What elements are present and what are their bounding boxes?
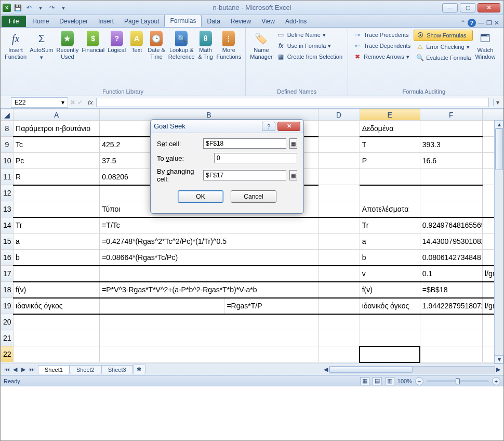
row-header[interactable]: 15 [1,234,14,250]
doc-close-icon[interactable]: ✕ [494,19,499,27]
cell[interactable]: =$B$18 [420,282,482,298]
cell[interactable]: v [360,266,420,282]
cell[interactable]: a [14,234,100,250]
formula-expand-icon[interactable]: ▾ [493,99,501,106]
recently-used-button[interactable]: ★ Recently Used [55,30,79,61]
remove-arrows-button[interactable]: ✖Remove Arrows ▾ [351,51,413,62]
dialog-help-button[interactable]: ? [262,122,275,131]
zoom-percent[interactable]: 100% [397,378,412,384]
row-header[interactable]: 20 [1,314,14,330]
cell[interactable] [318,185,360,201]
cell[interactable]: Παράμετροι n-βουτάνιο [14,121,100,137]
maximize-button[interactable]: ▢ [460,3,475,12]
cell[interactable] [14,314,100,330]
chevron-down-icon[interactable]: ▾ [61,99,64,106]
cell[interactable] [360,330,420,346]
row-header[interactable]: 18 [1,282,14,298]
by-changing-input[interactable] [203,170,286,180]
chevron-down-icon[interactable]: ▾ [36,3,45,12]
cancel-button[interactable]: Cancel [231,190,276,203]
active-cell[interactable] [360,346,420,362]
fx-icon[interactable]: fx [88,98,93,106]
cell[interactable] [100,298,224,314]
qat-customize-icon[interactable]: ▾ [59,3,68,12]
row-header[interactable]: 11 [1,169,14,185]
cell[interactable] [100,330,318,346]
cell[interactable] [318,121,360,137]
row-header[interactable]: 21 [1,330,14,346]
cell[interactable] [14,346,100,362]
scroll-right-icon[interactable]: ▶ [496,366,500,373]
sheet-nav-next[interactable]: ▶ [19,366,28,373]
horizontal-scrollbar[interactable]: ◀ ▶ [324,366,503,373]
new-sheet-button[interactable]: ✱ [133,365,145,374]
cell[interactable]: T [360,137,420,153]
cell[interactable] [14,201,100,217]
insert-function-button[interactable]: fx Insert Function [4,30,28,61]
cell[interactable] [318,153,360,169]
tab-file[interactable]: File [2,16,26,27]
cell[interactable]: b [14,250,100,266]
cell[interactable] [318,201,360,217]
cell[interactable]: =Rgas*T/P [224,298,318,314]
cell[interactable] [318,250,360,266]
row-header[interactable]: 14 [1,217,14,234]
select-all-corner[interactable]: ◢ [1,109,14,121]
cell[interactable] [420,201,482,217]
vertical-scrollbar[interactable]: ▴ ▾ [494,120,503,364]
date-time-button[interactable]: 🕒 Date & Time [147,30,166,61]
name-manager-button[interactable]: 🏷️ Name Manager [249,30,273,61]
col-header-F[interactable]: F [420,109,482,121]
cell[interactable] [318,234,360,250]
tab-data[interactable]: Data [202,16,225,27]
zoom-slider[interactable] [427,380,489,382]
cell[interactable]: 16.6 [420,153,482,169]
cell[interactable] [318,346,360,362]
cell[interactable] [360,314,420,330]
help-icon[interactable]: ? [468,19,476,27]
cell[interactable] [420,121,482,137]
cell[interactable] [318,266,360,282]
cell[interactable] [14,185,100,201]
cell[interactable]: Tr [14,217,100,234]
dialog-titlebar[interactable]: Goal Seek ? ✕ [151,120,303,133]
view-page-break-button[interactable]: ▥ [385,377,394,385]
cell[interactable] [360,185,420,201]
sheet-nav-first[interactable]: ⏮ [3,366,11,373]
set-cell-input[interactable] [203,138,286,149]
cell[interactable]: =P*V^3-Rgas*T*V^2+(a-P*b^2-Rgas*T*b)*V-a… [100,282,318,298]
financial-button[interactable]: $ Financial [81,30,105,55]
row-header[interactable]: 10 [1,153,14,169]
col-header-G[interactable] [482,109,503,121]
view-normal-button[interactable]: ▦ [360,377,369,385]
sheet-tab-3[interactable]: Sheet3 [101,365,133,374]
cell[interactable] [318,217,360,234]
formula-input[interactable] [96,98,489,107]
tab-review[interactable]: Review [226,16,256,27]
cell[interactable]: Αποτελέσματα [360,201,420,217]
cell[interactable] [318,298,360,314]
lookup-reference-button[interactable]: 🔍 Lookup & Reference [167,30,196,61]
cell[interactable]: Tc [14,137,100,153]
cell[interactable]: Tr [360,217,420,234]
define-name-button[interactable]: ▭Define Name ▾ [275,30,344,40]
row-header[interactable]: 16 [1,250,14,266]
dialog-close-button[interactable]: ✕ [277,122,300,131]
cell[interactable] [14,330,100,346]
row-header[interactable]: 9 [1,137,14,153]
cell[interactable]: Δεδομένα [360,121,420,137]
row-header[interactable]: 22 [1,346,14,362]
qat-redo-icon[interactable]: ↷ [47,3,57,12]
autosum-button[interactable]: Σ AutoSum▾ [29,30,54,62]
cell[interactable] [420,330,482,346]
cell[interactable] [14,266,100,282]
cell[interactable] [100,314,318,330]
minimize-button[interactable]: — [442,3,458,12]
scroll-left-icon[interactable]: ◀ [324,366,328,373]
zoom-thumb[interactable] [456,378,460,384]
scroll-up-icon[interactable]: ▴ [495,120,503,128]
qat-undo-icon[interactable]: ↶ [24,3,34,12]
cell[interactable]: =0.08664*(Rgas*Tc/Pc) [100,250,318,266]
view-page-layout-button[interactable]: ▤ [373,377,382,385]
cell[interactable]: Pc [14,153,100,169]
